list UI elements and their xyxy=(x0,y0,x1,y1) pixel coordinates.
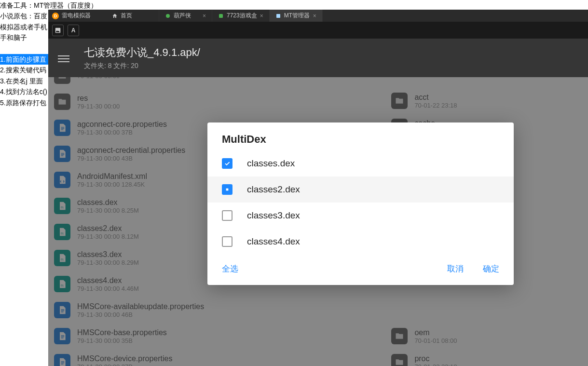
folder-icon xyxy=(54,94,70,110)
file-row[interactable]: proc70-01-22 23:18 xyxy=(385,349,588,366)
folder-icon xyxy=(391,354,408,366)
file-icon xyxy=(54,146,70,162)
svg-rect-23 xyxy=(226,189,229,191)
tab-huluxia[interactable]: 葫芦侠 × xyxy=(159,10,212,22)
close-icon[interactable]: × xyxy=(313,13,316,19)
file-name: acct xyxy=(414,93,457,102)
dialog-title: MultiDex xyxy=(207,122,514,150)
svg-text:01: 01 xyxy=(61,258,64,261)
svg-rect-15 xyxy=(61,311,65,311)
file-name: HMSCore-base.properties xyxy=(77,328,167,337)
checkbox-icon[interactable] xyxy=(222,210,232,221)
file-meta: 79-11-30 00:00 46B xyxy=(77,311,204,318)
svg-rect-21 xyxy=(61,363,65,363)
multidex-dialog: MultiDex classes.dexclasses2.dexclasses3… xyxy=(207,122,514,285)
option-label: classes4.dex xyxy=(247,236,300,247)
tab-mt-manager[interactable]: MT管理器 × xyxy=(270,10,323,22)
file-row[interactable]: res79-11-30 00:00 xyxy=(48,89,385,115)
option-label: classes3.dex xyxy=(247,210,300,221)
app-header: 七读免费小说_4.9.1.apk/ 文件夹: 8 文件: 20 xyxy=(48,39,588,77)
svg-rect-6 xyxy=(61,129,64,130)
emulator-title: 雷电模拟器 xyxy=(62,12,91,20)
file-icon xyxy=(54,302,70,318)
svg-rect-2 xyxy=(276,14,280,18)
tab-home[interactable]: 首页 xyxy=(106,10,159,22)
svg-rect-1 xyxy=(219,14,223,18)
file-meta: 79-11-30 00:00 43B xyxy=(77,155,185,162)
file-meta: 79-11-30 00:00 4.46M xyxy=(77,285,139,292)
file-meta: 79-11-30 00:00 8.12M xyxy=(77,233,139,240)
home-icon xyxy=(112,13,118,19)
checkbox-icon[interactable] xyxy=(222,184,232,195)
checkbox-icon[interactable] xyxy=(222,236,232,247)
file-name: oem xyxy=(414,328,457,337)
checkbox-icon[interactable] xyxy=(222,158,232,169)
app-icon xyxy=(275,13,281,19)
dex-option[interactable]: classes4.dex xyxy=(207,229,514,255)
folder-icon xyxy=(391,328,408,344)
file-row[interactable]: HMSCore-device.properties79-11-30 00:00 … xyxy=(48,349,385,366)
menu-icon[interactable] xyxy=(58,54,69,62)
text-icon[interactable]: A xyxy=(68,25,79,36)
cancel-button[interactable]: 取消 xyxy=(447,263,464,274)
close-icon[interactable]: × xyxy=(260,13,263,19)
file-row[interactable]: 79-11-30 00:00 xyxy=(48,77,385,89)
select-all-button[interactable]: 全选 xyxy=(222,263,238,274)
svg-rect-7 xyxy=(61,153,65,153)
file-name: classes3.dex xyxy=(77,250,139,259)
file-meta: 79-11-30 00:00 37B xyxy=(77,129,167,136)
file-name: res xyxy=(77,94,120,103)
file-meta: 70-01-22 23:18 xyxy=(414,363,457,366)
emulator-logo-icon: D xyxy=(52,13,59,19)
file-icon xyxy=(54,120,70,136)
option-label: classes.dex xyxy=(247,158,295,169)
app-icon xyxy=(218,13,224,19)
file-icon xyxy=(54,354,70,366)
file-name: classes.dex xyxy=(77,198,139,207)
emulator-tabs: 首页 葫芦侠 × 7723游戏盒 × MT管理器 × xyxy=(106,10,323,22)
dex-icon: 01 xyxy=(54,276,70,292)
dex-icon: 01 xyxy=(54,224,70,240)
file-row[interactable]: HMSCore-base.properties79-11-30 00:00 35… xyxy=(48,323,385,349)
svg-rect-19 xyxy=(61,338,64,338)
file-meta: 70-01-22 23:18 xyxy=(414,102,457,109)
file-meta: 79-11-30 00:00 35B xyxy=(77,337,167,344)
file-row[interactable]: acct70-01-22 23:18 xyxy=(385,88,588,114)
file-name: agconnect-credential.properties xyxy=(77,146,185,155)
file-icon xyxy=(54,328,70,344)
file-name: classes2.dex xyxy=(77,224,139,233)
file-meta: 79-11-30 00:00 8.25M xyxy=(77,207,139,214)
file-name: HMSCore-availableupdate.properties xyxy=(77,302,204,311)
tab-7723[interactable]: 7723游戏盒 × xyxy=(212,10,270,22)
file-meta: 79-11-30 00:00 8.29M xyxy=(77,259,139,266)
xml-icon xyxy=(54,172,70,188)
dex-option[interactable]: classes3.dex xyxy=(207,203,514,229)
svg-rect-14 xyxy=(61,309,65,310)
dex-icon: 01 xyxy=(54,250,70,266)
image-icon[interactable] xyxy=(52,25,64,36)
svg-rect-9 xyxy=(61,155,64,156)
ok-button[interactable]: 确定 xyxy=(483,263,499,274)
dex-icon: 01 xyxy=(54,198,70,214)
dex-option[interactable]: classes2.dex xyxy=(207,176,514,203)
file-meta: 79-11-30 00:00 128.45K xyxy=(77,181,147,188)
emulator-toolbar: A xyxy=(48,22,588,39)
svg-text:01: 01 xyxy=(61,206,64,209)
svg-rect-20 xyxy=(61,361,65,362)
file-name: proc xyxy=(414,354,457,363)
file-row[interactable]: oem70-01-01 08:00 xyxy=(385,323,588,349)
svg-rect-18 xyxy=(61,337,65,337)
svg-rect-22 xyxy=(61,364,64,364)
file-name: classes4.dex xyxy=(77,276,139,285)
file-meta: 79-11-30 00:00 xyxy=(77,103,120,110)
svg-point-0 xyxy=(166,14,170,18)
file-row[interactable]: HMSCore-availableupdate.properties79-11-… xyxy=(48,297,385,323)
dex-option[interactable]: classes.dex xyxy=(207,150,514,176)
file-meta: 70-01-01 08:00 xyxy=(414,337,457,344)
svg-text:01: 01 xyxy=(61,232,64,235)
file-name: HMSCore-device.properties xyxy=(77,354,172,363)
folder-icon xyxy=(391,93,408,109)
file-meta: 79-11-30 00:00 xyxy=(77,77,120,80)
close-icon[interactable]: × xyxy=(203,13,206,19)
option-label: classes2.dex xyxy=(247,184,300,195)
